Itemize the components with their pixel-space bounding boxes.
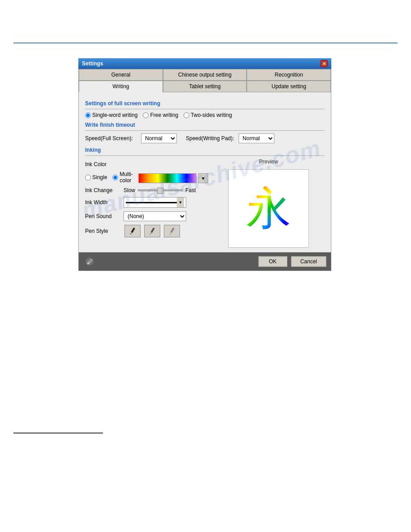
svg-rect-0 [131, 227, 135, 233]
svg-rect-4 [170, 227, 174, 233]
radio-free-writing[interactable]: Free writing [143, 112, 178, 118]
tabs-row-2: Writing Tablet setting Update setting [78, 81, 331, 92]
pen-sound-select[interactable]: (None) [124, 211, 186, 221]
svg-marker-3 [150, 233, 151, 235]
ink-change-label: Ink Change [85, 187, 121, 193]
tab-chinese-output[interactable]: Chinese output setting [163, 69, 247, 81]
preview-label: Preview [259, 159, 278, 165]
pen-sound-label: Pen Sound [85, 213, 121, 219]
svg-text:🖊: 🖊 [87, 258, 93, 265]
divider-1 [85, 109, 325, 109]
footer-buttons: OK Cancel [258, 256, 326, 267]
inking-grid: Ink Color Single Multi-color ▼ [85, 159, 325, 248]
speed-writing-pad-label: Speed(Writing Pad): [186, 135, 234, 142]
top-line [13, 43, 398, 43]
speed-full-screen-select[interactable]: Normal Slow Fast [141, 133, 177, 143]
svg-rect-2 [150, 227, 154, 233]
ink-change-row: Ink Change Slow Fast [85, 187, 208, 193]
tab-update-setting[interactable]: Update setting [247, 81, 331, 92]
dialog-wrapper: Settings ✕ General Chinese output settin… [78, 58, 331, 271]
footer-icon: 🖊 [83, 255, 96, 268]
pen-style-btn-1[interactable] [124, 225, 141, 237]
pen-style-btn-2[interactable] [144, 225, 160, 237]
divider-2 [85, 130, 325, 131]
slider-thumb[interactable] [157, 188, 163, 194]
pen-style-label: Pen Style [85, 228, 121, 234]
ok-button[interactable]: OK [258, 256, 287, 267]
ink-width-select[interactable]: ▼ [124, 197, 186, 208]
cancel-button[interactable]: Cancel [291, 256, 326, 267]
ink-width-line [126, 202, 177, 203]
svg-marker-5 [169, 233, 171, 235]
tab-tablet-setting[interactable]: Tablet setting [163, 81, 247, 92]
preview-box: 永 [228, 169, 309, 248]
dialog-footer: 🖊 OK Cancel [78, 253, 331, 271]
speed-full-screen-label: Speed(Full Screen): [85, 135, 137, 142]
ink-change-slider[interactable] [138, 189, 183, 191]
ink-color-dropdown-btn[interactable]: ▼ [198, 173, 208, 183]
tab-general[interactable]: General [79, 69, 163, 81]
close-button[interactable]: ✕ [321, 60, 328, 67]
section-full-screen-header: Settings of full screen writing [85, 100, 325, 107]
tabs-row-1: General Chinese output setting Recogniti… [78, 69, 331, 81]
ink-color-label: Ink Color [85, 161, 208, 167]
pen-icon: 🖊 [84, 256, 95, 267]
preview-char: 永 [246, 186, 291, 231]
section-inking-header: Inking [85, 147, 325, 153]
tab-recognition[interactable]: Recognition [247, 69, 331, 81]
pen-style-row: Pen Style [85, 225, 208, 237]
radio-two-sides[interactable]: Two-sides writing [184, 112, 232, 118]
tab-writing[interactable]: Writing [79, 81, 163, 92]
bottom-line [13, 433, 103, 433]
ink-width-dropdown-btn[interactable]: ▼ [177, 197, 184, 207]
pen-sound-row: Pen Sound (None) [85, 211, 208, 221]
inking-left: Ink Color Single Multi-color ▼ [85, 159, 213, 248]
ink-width-label: Ink Width [85, 199, 121, 206]
title-bar: Settings ✕ [78, 58, 331, 69]
section-write-finish-header: Write finish timeout [85, 122, 325, 128]
svg-marker-1 [130, 233, 132, 235]
dialog-title: Settings [82, 60, 103, 67]
speed-row: Speed(Full Screen): Normal Slow Fast Spe… [85, 133, 325, 143]
speed-writing-pad-select[interactable]: Normal Slow Fast [239, 133, 274, 143]
writing-mode-radio-group: Single-word writing Free writing Two-sid… [85, 112, 325, 118]
slow-label: Slow [124, 187, 135, 193]
pen-style-btn-3[interactable] [164, 225, 180, 237]
ink-width-row: Ink Width ▼ [85, 197, 208, 208]
ink-type-row: Single Multi-color ▼ [85, 171, 208, 184]
ink-color-bar[interactable] [138, 173, 197, 183]
radio-multi-color[interactable]: Multi-color [112, 171, 133, 184]
fast-label: Fast [185, 187, 196, 193]
inking-right: Preview 永 [213, 159, 325, 248]
radio-single-word[interactable]: Single-word writing [85, 112, 137, 118]
divider-3 [85, 155, 325, 156]
dialog-body: Settings of full screen writing Single-w… [78, 92, 331, 253]
radio-single-color[interactable]: Single [85, 174, 107, 180]
ink-color-bar-container: ▼ [138, 173, 208, 183]
